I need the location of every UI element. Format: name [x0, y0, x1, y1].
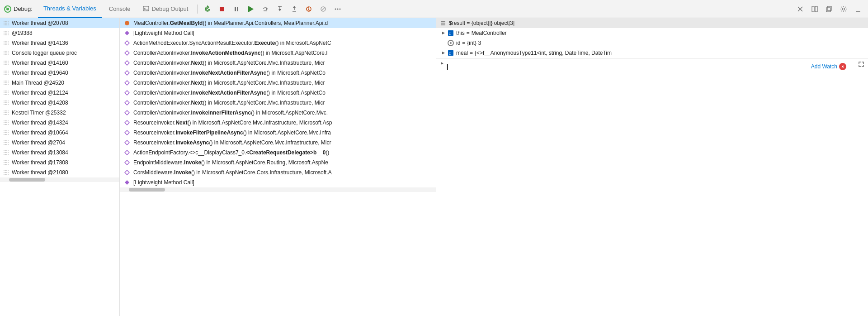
- thread-icon: [3, 119, 10, 126]
- thread-row[interactable]: Worker thread @12124: [0, 88, 119, 98]
- callstack-row[interactable]: ControllerActionInvoker.Next() in Micros…: [120, 98, 436, 108]
- svg-marker-84: [125, 71, 129, 75]
- step-out-button[interactable]: [288, 3, 301, 15]
- watch-expand-arrow[interactable]: [440, 61, 444, 66]
- svg-marker-95: [125, 180, 129, 185]
- variables-result-row[interactable]: $result = {object[]} object[3]: [436, 18, 868, 28]
- thread-row[interactable]: Worker thread @14208: [0, 98, 119, 108]
- thread-row[interactable]: Main Thread @24520: [0, 78, 119, 88]
- tab-threads-variables[interactable]: Threads & Variables: [38, 0, 102, 18]
- callstack-row[interactable]: ControllerActionInvoker.InvokeActionMeth…: [120, 48, 436, 58]
- callstack-scrollbar[interactable]: [120, 187, 436, 192]
- callstack-row[interactable]: ControllerActionInvoker.Next() in Micros…: [120, 78, 436, 88]
- callstack-frame-icon: [123, 79, 131, 86]
- callstack-row[interactable]: [Lightweight Method Call]: [120, 177, 436, 187]
- thread-label: Worker thread @14208: [12, 100, 68, 106]
- expand-arrow-placeholder: [440, 39, 447, 47]
- callstack-row[interactable]: CorsMiddleware.Invoke() in Microsoft.Asp…: [120, 168, 436, 177]
- callstack-frame-text: ResourceInvoker.Next() in Microsoft.AspN…: [133, 120, 332, 126]
- thread-label: Worker thread @14324: [12, 120, 68, 126]
- thread-row[interactable]: Worker thread @2704: [0, 138, 119, 148]
- hot-reload-icon: [305, 5, 312, 13]
- target-icon: [448, 40, 454, 46]
- thread-label: Worker thread @21080: [12, 169, 68, 176]
- tab-debug-output[interactable]: Debug Output: [137, 0, 193, 18]
- thread-row[interactable]: Worker thread @19640: [0, 68, 119, 78]
- thread-row[interactable]: Worker thread @14136: [0, 38, 119, 48]
- thread-row[interactable]: @19388: [0, 28, 119, 38]
- thread-label: Worker thread @19640: [12, 70, 68, 76]
- callstack-row[interactable]: ActionEndpointFactory.<>c__DisplayClass7…: [120, 148, 436, 158]
- cancel-button[interactable]: [317, 3, 330, 15]
- svg-point-21: [335, 8, 336, 10]
- terminal-icon: [143, 6, 149, 12]
- pause-button[interactable]: [230, 3, 243, 15]
- watch-area[interactable]: I Add Watch: [436, 58, 868, 316]
- threads-scrollbar-thumb[interactable]: [9, 178, 45, 182]
- callstack-row[interactable]: ActionMethodExecutor.SyncActionResultExe…: [120, 38, 436, 48]
- tab-console[interactable]: Console: [104, 0, 136, 18]
- expand-arrow[interactable]: [440, 29, 447, 37]
- callstack-row[interactable]: ControllerActionInvoker.InvokeNextAction…: [120, 88, 436, 98]
- callstack-row[interactable]: ControllerActionInvoker.InvokeNextAction…: [120, 68, 436, 78]
- svg-marker-89: [125, 120, 129, 125]
- step-over-icon: [262, 5, 269, 13]
- threads-scrollbar[interactable]: [0, 177, 119, 182]
- svg-marker-16: [293, 6, 296, 8]
- callstack-row[interactable]: MealController.GetMealById() in MealPlan…: [120, 18, 436, 28]
- callstack-row[interactable]: ResourceInvoker.InvokeFilterPipelineAsyn…: [120, 128, 436, 138]
- thread-row[interactable]: Kestrel Timer @25332: [0, 108, 119, 118]
- callstack-frame-text: ControllerActionInvoker.InvokeActionMeth…: [133, 50, 327, 56]
- callstack-row[interactable]: ControllerActionInvoker.InvokeInnerFilte…: [120, 108, 436, 118]
- thread-label: Worker thread @17808: [12, 159, 68, 166]
- variable-row[interactable]: c meal = {<>f__AnonymousType11<int, stri…: [436, 48, 868, 58]
- restore-button[interactable]: [823, 3, 835, 15]
- callstack-row[interactable]: ControllerActionInvoker.Next() in Micros…: [120, 58, 436, 68]
- variable-row[interactable]: id = {int} 3: [436, 38, 868, 48]
- settings-icon: [840, 5, 847, 13]
- close-button[interactable]: [794, 3, 807, 15]
- callstack-frame-text: ControllerActionInvoker.Next() in Micros…: [133, 60, 325, 66]
- callstack-row[interactable]: EndpointMiddleware.Invoke() in Microsoft…: [120, 158, 436, 168]
- thread-row[interactable]: Worker thread @17808: [0, 158, 119, 168]
- continue-button[interactable]: [245, 3, 257, 15]
- watch-expand-button[interactable]: [858, 61, 864, 69]
- layout-button[interactable]: [808, 3, 821, 15]
- minimize-button[interactable]: [852, 3, 864, 15]
- var-equals: =: [462, 40, 465, 46]
- stop-button[interactable]: [216, 3, 228, 15]
- more-icon: [334, 5, 341, 13]
- thread-row[interactable]: Worker thread @10664: [0, 128, 119, 138]
- callstack-frame-text: ActionMethodExecutor.SyncActionResultExe…: [133, 40, 331, 46]
- step-over-button[interactable]: [259, 3, 272, 15]
- callstack-row[interactable]: [Lightweight Method Call]: [120, 28, 436, 38]
- thread-row[interactable]: Worker thread @14160: [0, 58, 119, 68]
- callstack-frame-text: ControllerActionInvoker.Next() in Micros…: [133, 80, 325, 86]
- add-watch-button[interactable]: Add Watch: [807, 61, 850, 72]
- thread-row[interactable]: Worker thread @14324: [0, 118, 119, 128]
- thread-row[interactable]: Worker thread @21080: [0, 168, 119, 177]
- svg-rect-7: [237, 7, 238, 11]
- step-into-button[interactable]: [274, 3, 286, 15]
- callstack-row[interactable]: ResourceInvoker.InvokeAsync() in Microso…: [120, 138, 436, 148]
- svg-marker-90: [125, 130, 129, 135]
- variable-row[interactable]: c this = MealController: [436, 28, 868, 38]
- svg-marker-85: [125, 81, 129, 85]
- expand-arrow[interactable]: [440, 49, 447, 57]
- thread-icon: [3, 109, 10, 116]
- thread-row[interactable]: Console logger queue proc: [0, 48, 119, 58]
- restart-button[interactable]: [201, 3, 214, 15]
- hot-reload-button[interactable]: [302, 3, 315, 15]
- callstack-scrollbar-thumb[interactable]: [129, 188, 165, 192]
- thread-label: Worker thread @13084: [12, 149, 68, 156]
- thread-row[interactable]: Worker thread @20708: [0, 18, 119, 28]
- var-name: this: [456, 30, 465, 36]
- settings-button[interactable]: [837, 3, 850, 15]
- var-value: MealController: [472, 30, 507, 36]
- more-options-button[interactable]: [331, 3, 344, 15]
- thread-icon: [3, 19, 10, 27]
- watch-input[interactable]: I: [444, 60, 864, 74]
- callstack-row[interactable]: ResourceInvoker.Next() in Microsoft.AspN…: [120, 118, 436, 128]
- svg-rect-28: [827, 6, 831, 10]
- thread-row[interactable]: Worker thread @13084: [0, 148, 119, 158]
